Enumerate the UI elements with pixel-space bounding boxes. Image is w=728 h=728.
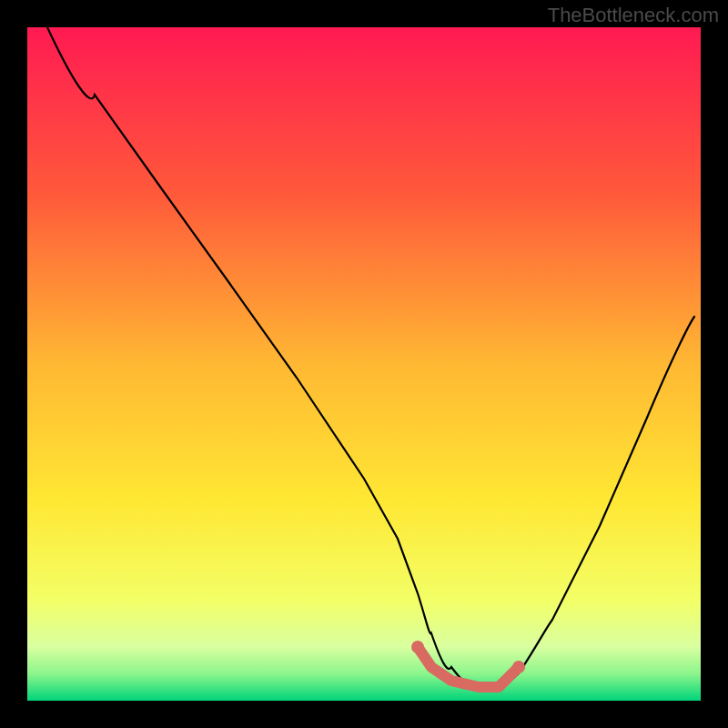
attribution-text: TheBottleneck.com (548, 4, 719, 27)
chart-curve-layer (27, 27, 701, 701)
bottleneck-curve (47, 27, 694, 689)
optimal-range-start-dot (411, 641, 424, 653)
optimal-range-end-dot (512, 661, 525, 673)
optimal-range-highlight (418, 647, 519, 687)
chart-frame (27, 27, 701, 701)
